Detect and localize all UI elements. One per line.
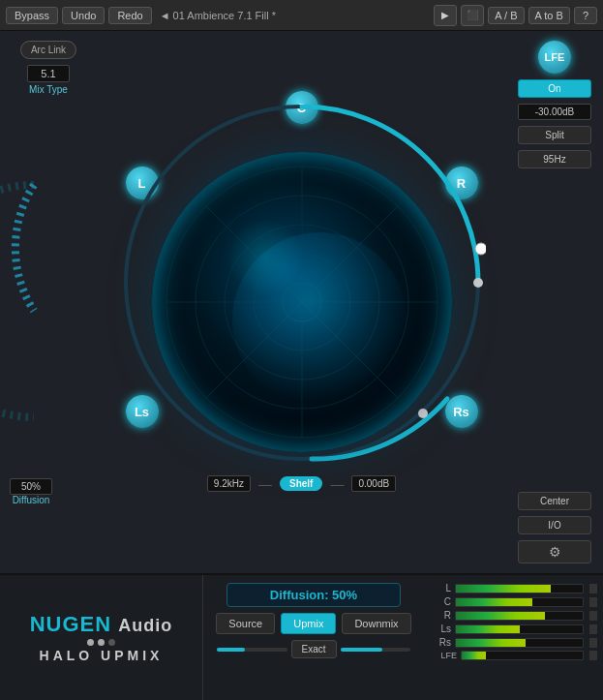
source-button[interactable]: Source — [216, 613, 275, 634]
left-panel: Arc Link 5.1 Mix Type 50% Diffusion — [0, 31, 97, 573]
meter-bar-LFE — [461, 651, 584, 660]
meter-fill-L — [456, 585, 551, 593]
dot-1 — [87, 639, 94, 646]
brand-section: NUGEN Audio HALO UPMIX — [0, 575, 203, 700]
meter-label-R: R — [430, 610, 451, 621]
a-to-b-button[interactable]: A to B — [528, 7, 570, 24]
exact-button[interactable]: Exact — [291, 640, 337, 658]
main-area: Arc Link 5.1 Mix Type 50% Diffusion C L — [0, 31, 603, 573]
sep2: — — [330, 476, 344, 492]
meter-bar-Ls — [455, 624, 584, 634]
dot-2 — [98, 639, 105, 646]
meter-bar-Rs — [455, 638, 584, 648]
halo-upmix-label: HALO UPMIX — [40, 648, 164, 663]
meter-end-LFE — [589, 651, 597, 660]
lfe-gain-value[interactable]: -30.00dB — [518, 104, 591, 120]
meter-end-C — [589, 597, 597, 607]
mode-buttons: Source Upmix Downmix — [216, 613, 410, 634]
meter-row-LFE: LFE — [430, 651, 597, 660]
freq-box[interactable]: 9.2kHz — [207, 475, 251, 492]
visualizer-container: C L R Ls Rs — [118, 99, 486, 505]
nugen-logo: NUGEN Audio — [30, 612, 173, 637]
record-button[interactable]: ⬛ — [461, 5, 484, 26]
meter-row-Ls: Ls — [430, 624, 597, 634]
track-title: ◄ 01 Ambience 7.1 Fill * — [160, 10, 276, 21]
play-button[interactable]: ▶ — [434, 5, 457, 26]
io-button[interactable]: I/O — [518, 516, 591, 534]
meter-row-R: R — [430, 610, 597, 621]
gen-text: GEN — [62, 612, 111, 636]
meter-fill-Ls — [456, 625, 520, 633]
diffusion-label: Diffusion — [10, 495, 52, 505]
diffusion-section: 50% Diffusion — [10, 478, 52, 505]
center-glow — [226, 219, 304, 296]
arc-link-button[interactable]: Arc Link — [20, 41, 76, 59]
meter-label-Rs: Rs — [430, 637, 451, 648]
mix-type-value[interactable]: 5.1 — [27, 65, 70, 82]
meter-row-C: C — [430, 596, 597, 607]
downmix-button[interactable]: Downmix — [342, 613, 410, 634]
diffusion-percent: 50% — [10, 478, 52, 495]
meter-end-Rs — [589, 638, 597, 648]
sep1: — — [258, 476, 272, 492]
meter-row-L: L — [430, 583, 597, 593]
shelf-button[interactable]: Shelf — [280, 476, 322, 491]
center-area: C L R Ls Rs — [97, 31, 506, 573]
slider-track-2[interactable] — [341, 648, 411, 652]
meter-row-Rs: Rs — [430, 637, 597, 648]
meter-fill-C — [456, 598, 532, 606]
lfe-on-button[interactable]: On — [518, 79, 591, 98]
slider-fill-2 — [341, 648, 383, 652]
speaker-LFE[interactable]: LFE — [538, 41, 571, 74]
freq-button[interactable]: 95Hz — [518, 150, 591, 168]
mix-type-label: Mix Type — [29, 84, 68, 95]
bypass-button[interactable]: Bypass — [6, 7, 58, 24]
meter-bar-C — [455, 597, 584, 607]
toolbar: Bypass Undo Redo ◄ 01 Ambience 7.1 Fill … — [0, 0, 603, 31]
meter-label-L: L — [430, 583, 451, 593]
meter-label-LFE: LFE — [430, 651, 457, 660]
diffusion-display: Diffusion: 50% — [226, 583, 401, 607]
svg-point-1 — [475, 243, 486, 255]
bottom-center: Diffusion: 50% Source Upmix Downmix Exac… — [203, 575, 424, 700]
right-panel: LFE On -30.00dB Split 95Hz Center I/O ⚙ — [506, 31, 603, 573]
bottom-section: NUGEN Audio HALO UPMIX Diffusion: 50% So… — [0, 573, 603, 700]
nu-text: NU — [30, 612, 63, 636]
meter-fill-R — [456, 612, 545, 620]
split-button[interactable]: Split — [518, 126, 591, 144]
dot-3 — [108, 639, 115, 646]
meter-label-C: C — [430, 596, 451, 607]
meter-fill-LFE — [462, 652, 486, 659]
meter-end-L — [589, 584, 597, 593]
meter-fill-Rs — [456, 639, 526, 647]
undo-button[interactable]: Undo — [62, 7, 105, 24]
slider-row: Exact — [217, 640, 410, 658]
meter-bar-R — [455, 611, 584, 621]
diffusion-arc — [0, 166, 39, 439]
meter-label-Ls: Ls — [430, 624, 451, 634]
meter-end-Ls — [589, 624, 597, 634]
meter-end-R — [589, 611, 597, 621]
ab-button[interactable]: A / B — [488, 7, 524, 24]
slider-track[interactable] — [217, 648, 287, 652]
gear-button[interactable]: ⚙ — [518, 540, 591, 563]
bottom-controls: 9.2kHz — Shelf — 0.00dB — [118, 470, 486, 498]
audio-text: Audio — [118, 616, 172, 635]
right-meters: L C R Ls Rs — [424, 575, 603, 700]
meter-bar-L — [455, 584, 584, 593]
nugen-dots — [87, 639, 115, 646]
help-button[interactable]: ? — [574, 7, 597, 24]
inner-circle — [152, 152, 452, 452]
upmix-button[interactable]: Upmix — [281, 613, 336, 634]
svg-point-3 — [473, 278, 483, 288]
gain-box[interactable]: 0.00dB — [351, 475, 396, 492]
redo-button[interactable]: Redo — [108, 7, 151, 24]
slider-fill — [217, 648, 245, 652]
center-button[interactable]: Center — [518, 492, 591, 510]
